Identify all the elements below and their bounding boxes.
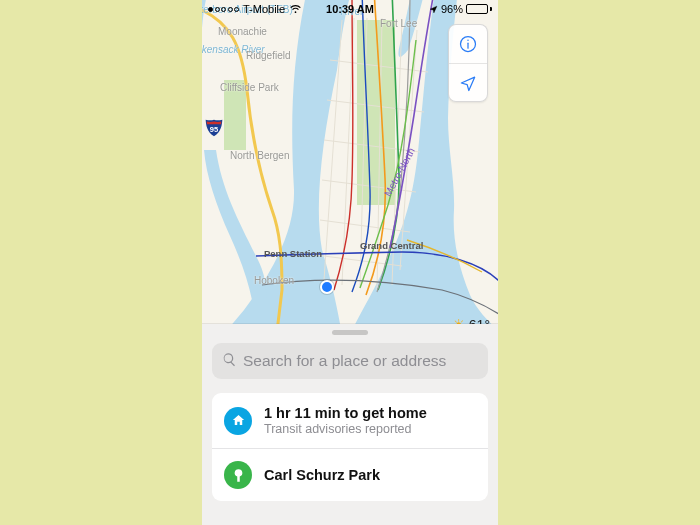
suggestions-card: 1 hr 11 min to get home Transit advisori… — [212, 393, 488, 501]
label-hoboken: Hoboken — [254, 275, 294, 286]
label-cliffside-park: Cliffside Park — [220, 82, 279, 93]
clock-label: 10:39 AM — [202, 3, 498, 15]
locate-me-button[interactable] — [449, 63, 487, 101]
label-ridgefield: Ridgefield — [246, 50, 290, 61]
maps-app-screen: T-Mobile 10:39 AM 96% — [202, 0, 498, 525]
suggestion-home-title: 1 hr 11 min to get home — [264, 405, 427, 421]
suggestion-park-text: Carl Schurz Park — [264, 467, 380, 483]
label-grand-central: Grand Central — [360, 240, 423, 251]
map-view[interactable]: Teterboro Airport (TEB) River Moonachie … — [202, 0, 498, 340]
search-sheet[interactable]: 1 hr 11 min to get home Transit advisori… — [202, 324, 498, 525]
interstate-shield: 95 — [204, 118, 224, 138]
search-input[interactable] — [243, 352, 478, 370]
svg-point-17 — [467, 40, 469, 42]
label-penn-station: Penn Station — [264, 248, 322, 259]
park-icon — [224, 461, 252, 489]
suggestion-home[interactable]: 1 hr 11 min to get home Transit advisori… — [212, 393, 488, 448]
search-field[interactable] — [212, 343, 488, 379]
info-button[interactable] — [449, 25, 487, 63]
svg-text:95: 95 — [210, 125, 218, 134]
suggestion-park[interactable]: Carl Schurz Park — [212, 448, 488, 501]
status-bar: T-Mobile 10:39 AM 96% — [202, 0, 498, 18]
label-fort-lee: Fort Lee — [380, 18, 417, 29]
label-north-bergen: North Bergen — [230, 150, 289, 161]
current-location-dot — [320, 280, 334, 294]
suggestion-home-text: 1 hr 11 min to get home Transit advisori… — [264, 405, 427, 436]
label-moonachie: Moonachie — [218, 26, 267, 37]
suggestion-home-subtitle: Transit advisories reported — [264, 422, 427, 436]
search-icon — [222, 352, 237, 371]
suggestion-park-title: Carl Schurz Park — [264, 467, 380, 483]
sheet-grabber[interactable] — [332, 330, 368, 335]
map-controls — [448, 24, 488, 102]
home-icon — [224, 407, 252, 435]
